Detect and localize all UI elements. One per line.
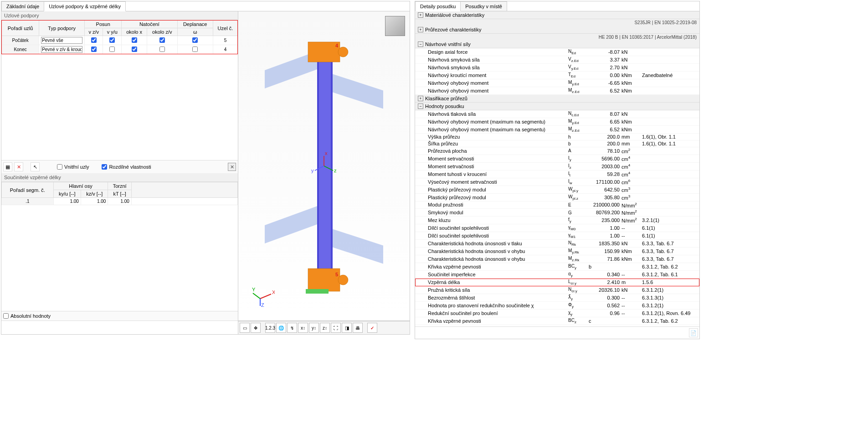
- detail-row[interactable]: Design axial force NEd -8.07 kN: [415, 48, 699, 56]
- right-panel: Detaily posudku Posudky v místě + Materi…: [415, 1, 700, 339]
- detail-row[interactable]: Šířka průřezu b 200.0 mm 1.6(1), Obr. 1.…: [415, 140, 699, 147]
- details-tree[interactable]: + Materiálové charakteristiky S235JR | E…: [415, 11, 699, 326]
- axis-y-icon[interactable]: y↕: [309, 323, 319, 333]
- kyu-cell[interactable]: 1.00: [53, 198, 81, 205]
- detail-row[interactable]: Mez kluzu fy 235.000 N/mm2 3.2.1(1): [415, 217, 699, 224]
- label-icon[interactable]: 1.2.3: [265, 323, 275, 333]
- cs-icon[interactable]: ↯: [287, 323, 297, 333]
- inner-nodes-toggle[interactable]: Vnitřní uzly: [57, 164, 89, 170]
- detail-row[interactable]: Bezrozměrná štíhlost λ̄y 0.300 -- 6.3.1.…: [415, 294, 699, 302]
- detail-row[interactable]: Návrhový ohybový moment (maximum na segm…: [415, 126, 699, 134]
- axis-z-icon[interactable]: z↕: [320, 323, 330, 333]
- axis-x-icon[interactable]: x↕: [298, 323, 308, 333]
- detail-row[interactable]: Charakteristická hodnota únosnosti v tla…: [415, 240, 699, 248]
- detail-row[interactable]: Dílčí součinitel spolehlivosti γM0 1.00 …: [415, 224, 699, 232]
- detail-row[interactable]: Moment setrvačnosti Iz 2003.00 cm4: [415, 163, 699, 171]
- support-check-3[interactable]: [147, 36, 177, 45]
- tab-supports[interactable]: Uzlové podpory & vzpěrné délky: [44, 1, 126, 11]
- close-button[interactable]: ✕: [228, 163, 236, 171]
- support-type-cell[interactable]: [39, 45, 85, 54]
- support-check-1[interactable]: [103, 36, 122, 45]
- detail-row[interactable]: Charakteristická hodnota únosnosti v ohy…: [415, 248, 699, 255]
- group-forces[interactable]: − Návrhové vnitřní síly: [415, 41, 699, 48]
- symbol: My.Rk: [568, 248, 589, 254]
- buckling-row[interactable]: .1 1.00 1.00 1.00: [2, 198, 238, 205]
- zoom-fit-icon[interactable]: ⛶: [331, 323, 341, 333]
- collapse-icon[interactable]: −: [418, 41, 423, 47]
- delete-row-icon[interactable]: ✕: [14, 162, 23, 171]
- accept-icon[interactable]: ✓: [367, 323, 377, 333]
- support-row[interactable]: Počátek 5: [2, 36, 238, 45]
- support-check-1[interactable]: [103, 45, 122, 54]
- iso-icon[interactable]: ◨: [342, 323, 352, 333]
- collapse-icon[interactable]: −: [418, 103, 423, 109]
- support-check-2[interactable]: [122, 36, 147, 45]
- detail-row[interactable]: Křivka vzpěrné pevnosti BCz c 6.3.1.2, T…: [415, 317, 699, 325]
- detail-row[interactable]: Hodnota pro stanovení redukčního součini…: [415, 302, 699, 310]
- param-name: Křivka vzpěrné pevnosti: [428, 264, 568, 269]
- detail-row[interactable]: Výsečový moment setrvačnosti Iw 171100.0…: [415, 178, 699, 186]
- support-check-0[interactable]: [85, 36, 103, 45]
- diff-props-toggle[interactable]: Rozdílné vlastnosti: [102, 164, 151, 170]
- detail-row[interactable]: Plastický průřezový modul Wpl.z 305.80 c…: [415, 194, 699, 202]
- expand-icon[interactable]: +: [418, 96, 423, 101]
- group-check[interactable]: − Hodnoty posudku: [415, 103, 699, 110]
- support-row[interactable]: Konec 4: [2, 45, 238, 54]
- tab-checks-at[interactable]: Posudky v místě: [460, 1, 507, 11]
- unit: kNm: [621, 248, 642, 254]
- expand-icon[interactable]: +: [418, 27, 423, 32]
- tab-details[interactable]: Detaily posudku: [415, 1, 461, 11]
- section-buckling-title: Součinitelé vzpěrné délky: [1, 173, 238, 182]
- detail-row[interactable]: Modul pružnosti E 210000.000 N/mm2: [415, 202, 699, 209]
- detail-row[interactable]: Plastický průřezový modul Wpl.y 642.50 c…: [415, 186, 699, 194]
- add-row-icon[interactable]: ▦: [3, 162, 12, 171]
- detail-row[interactable]: Součinitel imperfekce αy 0.340 -- 6.3.1.…: [415, 271, 699, 279]
- view-cube[interactable]: [385, 16, 405, 36]
- kt-cell[interactable]: 1.00: [108, 198, 131, 205]
- detail-row[interactable]: Návrhová tlaková síla Nc.Ed 8.07 kN: [415, 110, 699, 118]
- detail-row[interactable]: Moment tuhosti v kroucení It 59.28 cm4: [415, 171, 699, 178]
- expand-icon[interactable]: +: [418, 12, 423, 18]
- select-node-icon[interactable]: ↖: [31, 162, 40, 171]
- detail-row[interactable]: Pružná kritická síla Ncr.y 20326.10 kN 6…: [415, 286, 699, 294]
- kzv-cell[interactable]: 1.00: [81, 198, 108, 205]
- detail-row[interactable]: Návrhový kroutící moment TEd 0.00 kNm Za…: [415, 72, 699, 79]
- detail-row[interactable]: Návrhový ohybový moment Mz.Ed 6.52 kNm: [415, 87, 699, 95]
- tab-basic[interactable]: Základní údaje: [1, 1, 44, 11]
- detail-row[interactable]: Návrhová smyková síla Vz.Ed 3.37 kN: [415, 56, 699, 64]
- detail-row[interactable]: Návrhový ohybový moment My.Ed -6.65 kNm: [415, 79, 699, 87]
- select-mode-icon[interactable]: ▭: [240, 323, 250, 333]
- symbol: My.Ed: [568, 80, 589, 86]
- globe-icon[interactable]: 🌐: [276, 323, 286, 333]
- symbol: αy: [568, 271, 589, 278]
- support-type-cell[interactable]: [39, 36, 85, 45]
- detail-row[interactable]: Výška průřezu h 200.0 mm 1.6(1), Obr. 1.…: [415, 134, 699, 140]
- detail-row[interactable]: Smykový modul G 80769.200 N/mm2: [415, 209, 699, 217]
- support-check-4[interactable]: [177, 36, 213, 45]
- detail-row[interactable]: Návrhová smyková síla Vy.Ed 2.70 kN: [415, 64, 699, 72]
- group-class[interactable]: + Klasifikace průřezů: [415, 95, 699, 103]
- support-check-4[interactable]: [177, 45, 213, 54]
- value: 59.28: [589, 171, 621, 177]
- support-check-3[interactable]: [147, 45, 177, 54]
- col-deplanace: Deplanace: [177, 21, 213, 28]
- group-section[interactable]: + Průřezové charakteristiky: [415, 26, 699, 34]
- detail-row[interactable]: Redukční součinitel pro boulení χy 0.96 …: [415, 310, 699, 317]
- support-check-2[interactable]: [122, 45, 147, 54]
- group-material[interactable]: + Materiálové charakteristiky: [415, 11, 699, 19]
- detail-row[interactable]: Moment setrvačnosti Iy 5696.00 cm4: [415, 155, 699, 163]
- 3d-viewport[interactable]: 4 5 z y x X Y Z: [238, 11, 410, 321]
- detail-row[interactable]: Křivka vzpěrné pevnosti BCy b 6.3.1.2, T…: [415, 263, 699, 271]
- pan-icon[interactable]: ✥: [251, 323, 261, 333]
- abs-values-toggle[interactable]: Absolutní hodnoty: [3, 313, 51, 319]
- detail-row[interactable]: Průřezová plocha A 78.10 cm2: [415, 147, 699, 155]
- detail-row[interactable]: Dílčí součinitel spolehlivosti γM1 1.00 …: [415, 232, 699, 240]
- detail-row[interactable]: Návrhový ohybový moment (maximum na segm…: [415, 118, 699, 126]
- export-icon[interactable]: 📄: [689, 328, 698, 337]
- print-icon[interactable]: 🖶: [353, 323, 363, 333]
- detail-row[interactable]: Charakteristická hodnota únosnosti v ohy…: [415, 255, 699, 263]
- detail-row[interactable]: Vzpěrná délka Lcr.y 2.410 m 1.5.6: [415, 279, 699, 286]
- symbol: χy: [568, 310, 589, 316]
- model-rendering: 4 5 z y x: [265, 25, 383, 307]
- support-check-0[interactable]: [85, 45, 103, 54]
